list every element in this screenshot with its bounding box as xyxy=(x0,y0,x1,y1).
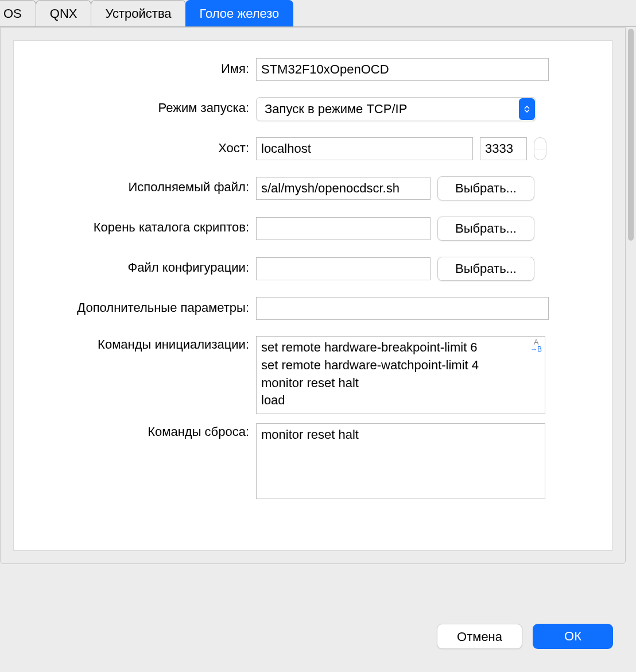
cancel-button[interactable]: Отмена xyxy=(437,624,522,649)
port-input[interactable] xyxy=(480,137,527,160)
browse-script-root-button[interactable]: Выбрать... xyxy=(437,217,534,241)
label-host: Хост: xyxy=(25,137,249,156)
stepper-down-icon[interactable] xyxy=(534,149,546,160)
init-cmds-textarea[interactable] xyxy=(256,336,545,414)
script-root-input[interactable] xyxy=(256,217,431,240)
ime-indicator-icon: A →B xyxy=(530,338,542,353)
label-name: Имя: xyxy=(25,58,249,76)
stepper-up-icon[interactable] xyxy=(534,138,546,149)
port-stepper[interactable] xyxy=(534,137,546,160)
tab-qnx[interactable]: QNX xyxy=(36,0,92,26)
ok-button[interactable]: ОК xyxy=(533,624,613,649)
browse-executable-button[interactable]: Выбрать... xyxy=(437,176,534,200)
host-input[interactable] xyxy=(256,137,473,160)
name-input[interactable] xyxy=(256,58,549,81)
tab-devices[interactable]: Устройства xyxy=(91,0,185,26)
label-executable: Исполняемый файл: xyxy=(25,176,249,195)
executable-input[interactable] xyxy=(256,177,431,200)
extra-params-input[interactable] xyxy=(256,297,549,320)
launch-mode-value: Запуск в режиме TCP/IP xyxy=(265,102,407,117)
label-extra-params: Дополнительные параметры: xyxy=(25,297,249,315)
launch-mode-select[interactable]: Запуск в режиме TCP/IP xyxy=(256,97,536,121)
reset-cmds-textarea[interactable] xyxy=(256,423,545,499)
browse-config-file-button[interactable]: Выбрать... xyxy=(437,257,534,281)
content-panel: Имя: Режим запуска: Запуск в режиме TCP/… xyxy=(0,27,626,564)
tab-os[interactable]: OS xyxy=(0,0,36,26)
dialog-footer: Отмена ОК xyxy=(437,624,613,649)
config-file-input[interactable] xyxy=(256,257,431,280)
label-init-cmds: Команды инициализации: xyxy=(25,336,249,352)
label-reset-cmds: Команды сброса: xyxy=(25,423,249,439)
vertical-scrollbar[interactable] xyxy=(627,29,635,586)
scrollbar-thumb[interactable] xyxy=(628,29,634,241)
form-panel: Имя: Режим запуска: Запуск в режиме TCP/… xyxy=(13,40,612,551)
tab-baremetal[interactable]: Голое железо xyxy=(185,0,294,26)
label-script-root: Корень каталога скриптов: xyxy=(25,217,249,235)
tab-bar: OS QNX Устройства Голое железо xyxy=(0,0,636,27)
label-config-file: Файл конфигурации: xyxy=(25,257,249,275)
select-arrows-icon xyxy=(519,98,535,120)
label-launch-mode: Режим запуска: xyxy=(25,97,249,115)
